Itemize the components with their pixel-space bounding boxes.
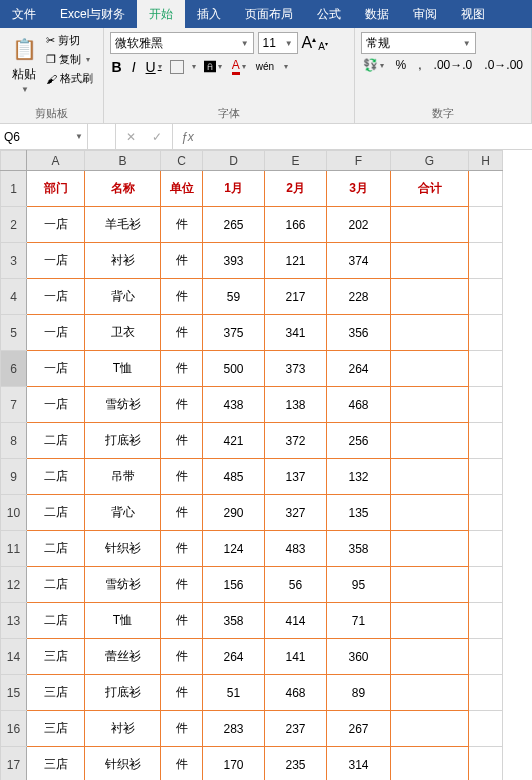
number-format-select[interactable]: 常规 ▼ bbox=[361, 32, 476, 54]
decrease-font-button[interactable]: A▾ bbox=[318, 40, 328, 52]
cell[interactable]: 327 bbox=[265, 495, 327, 531]
cell[interactable]: 三店 bbox=[27, 639, 85, 675]
header-cell[interactable]: 单位 bbox=[161, 171, 203, 207]
cell[interactable] bbox=[469, 459, 503, 495]
cell[interactable] bbox=[469, 711, 503, 747]
cell[interactable] bbox=[469, 279, 503, 315]
column-header-F[interactable]: F bbox=[327, 151, 391, 171]
cell[interactable] bbox=[391, 243, 469, 279]
cell[interactable]: 件 bbox=[161, 603, 203, 639]
spreadsheet-area[interactable]: ABCDEFGH 1部门名称单位1月2月3月合计2一店羊毛衫件265166202… bbox=[0, 150, 532, 780]
cell[interactable]: 二店 bbox=[27, 495, 85, 531]
cell[interactable]: 132 bbox=[327, 459, 391, 495]
cell[interactable] bbox=[391, 603, 469, 639]
cell[interactable] bbox=[469, 351, 503, 387]
cell[interactable]: 264 bbox=[203, 639, 265, 675]
row-header-7[interactable]: 7 bbox=[1, 387, 27, 423]
cell[interactable]: 372 bbox=[265, 423, 327, 459]
row-header-6[interactable]: 6 bbox=[1, 351, 27, 387]
currency-button[interactable]: 💱▾ bbox=[361, 58, 386, 72]
cell[interactable]: 三店 bbox=[27, 747, 85, 781]
cell[interactable]: 二店 bbox=[27, 531, 85, 567]
phonetic-button[interactable]: wén bbox=[254, 61, 276, 72]
row-header-2[interactable]: 2 bbox=[1, 207, 27, 243]
menu-tab-8[interactable]: 视图 bbox=[449, 0, 497, 28]
cell[interactable]: 针织衫 bbox=[85, 531, 161, 567]
column-header-E[interactable]: E bbox=[265, 151, 327, 171]
column-header-H[interactable]: H bbox=[469, 151, 503, 171]
cell[interactable]: 二店 bbox=[27, 603, 85, 639]
cell[interactable]: 59 bbox=[203, 279, 265, 315]
cell[interactable]: 雪纺衫 bbox=[85, 387, 161, 423]
cell[interactable]: 485 bbox=[203, 459, 265, 495]
cell[interactable]: 一店 bbox=[27, 387, 85, 423]
cell[interactable]: 356 bbox=[327, 315, 391, 351]
cell[interactable]: 卫衣 bbox=[85, 315, 161, 351]
cell[interactable] bbox=[469, 171, 503, 207]
row-header-11[interactable]: 11 bbox=[1, 531, 27, 567]
cell[interactable] bbox=[391, 495, 469, 531]
menu-tab-0[interactable]: 文件 bbox=[0, 0, 48, 28]
cell[interactable]: 三店 bbox=[27, 711, 85, 747]
cell[interactable] bbox=[469, 207, 503, 243]
cell[interactable]: 202 bbox=[327, 207, 391, 243]
menu-tab-3[interactable]: 插入 bbox=[185, 0, 233, 28]
cell[interactable]: 件 bbox=[161, 459, 203, 495]
cell[interactable]: 一店 bbox=[27, 243, 85, 279]
cell[interactable]: 237 bbox=[265, 711, 327, 747]
menu-tab-2[interactable]: 开始 bbox=[137, 0, 185, 28]
cell[interactable]: 衬衫 bbox=[85, 243, 161, 279]
header-cell[interactable]: 合计 bbox=[391, 171, 469, 207]
column-header-B[interactable]: B bbox=[85, 151, 161, 171]
cell[interactable]: 衬衫 bbox=[85, 711, 161, 747]
cell[interactable]: 256 bbox=[327, 423, 391, 459]
row-header-10[interactable]: 10 bbox=[1, 495, 27, 531]
underline-button[interactable]: U▾ bbox=[144, 59, 164, 75]
cell[interactable]: 374 bbox=[327, 243, 391, 279]
cell[interactable]: 件 bbox=[161, 351, 203, 387]
cell[interactable]: 三店 bbox=[27, 675, 85, 711]
cell[interactable]: 背心 bbox=[85, 279, 161, 315]
row-header-3[interactable]: 3 bbox=[1, 243, 27, 279]
header-cell[interactable]: 3月 bbox=[327, 171, 391, 207]
cell[interactable] bbox=[391, 315, 469, 351]
row-header-9[interactable]: 9 bbox=[1, 459, 27, 495]
row-header-13[interactable]: 13 bbox=[1, 603, 27, 639]
cell[interactable] bbox=[469, 423, 503, 459]
cell[interactable] bbox=[469, 243, 503, 279]
cell[interactable]: 一店 bbox=[27, 207, 85, 243]
decrease-decimal-button[interactable]: .0→.00 bbox=[482, 58, 525, 72]
header-cell[interactable]: 部门 bbox=[27, 171, 85, 207]
cell[interactable] bbox=[469, 603, 503, 639]
cell[interactable]: 针织衫 bbox=[85, 747, 161, 781]
cell[interactable]: 件 bbox=[161, 711, 203, 747]
cell[interactable]: 件 bbox=[161, 675, 203, 711]
menu-tab-6[interactable]: 数据 bbox=[353, 0, 401, 28]
cell[interactable] bbox=[391, 531, 469, 567]
column-header-G[interactable]: G bbox=[391, 151, 469, 171]
cell[interactable]: 438 bbox=[203, 387, 265, 423]
cell[interactable]: 雪纺衫 bbox=[85, 567, 161, 603]
cell[interactable]: 121 bbox=[265, 243, 327, 279]
cell[interactable]: 件 bbox=[161, 243, 203, 279]
cell[interactable]: 421 bbox=[203, 423, 265, 459]
cell[interactable]: 483 bbox=[265, 531, 327, 567]
cell[interactable]: 件 bbox=[161, 315, 203, 351]
row-header-4[interactable]: 4 bbox=[1, 279, 27, 315]
cell[interactable] bbox=[391, 351, 469, 387]
cell[interactable]: 56 bbox=[265, 567, 327, 603]
formula-input[interactable] bbox=[202, 124, 532, 149]
format-painter-button[interactable]: 🖌 格式刷 bbox=[46, 70, 93, 87]
cell[interactable]: 156 bbox=[203, 567, 265, 603]
row-header-17[interactable]: 17 bbox=[1, 747, 27, 781]
cell[interactable]: 375 bbox=[203, 315, 265, 351]
row-header-1[interactable]: 1 bbox=[1, 171, 27, 207]
cell[interactable]: 二店 bbox=[27, 423, 85, 459]
cell[interactable]: 235 bbox=[265, 747, 327, 781]
cell[interactable]: 89 bbox=[327, 675, 391, 711]
cell[interactable]: 267 bbox=[327, 711, 391, 747]
cell[interactable] bbox=[469, 567, 503, 603]
enter-icon[interactable]: ✓ bbox=[152, 130, 162, 144]
cell[interactable]: 138 bbox=[265, 387, 327, 423]
cell[interactable]: 一店 bbox=[27, 351, 85, 387]
